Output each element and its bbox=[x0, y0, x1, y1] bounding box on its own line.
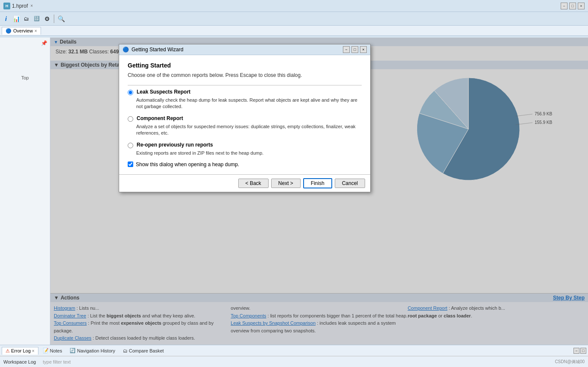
number-icon[interactable]: 🔢 bbox=[32, 15, 41, 23]
modal-minimize-button[interactable]: − bbox=[343, 46, 350, 53]
reopen-reports-option: Re-open previously run reports bbox=[128, 142, 362, 148]
watermark-text: CSDN@俩城00 bbox=[555, 359, 585, 365]
minimize-button[interactable]: − bbox=[561, 3, 568, 9]
getting-started-wizard: 🔵 Getting Started Wizard − □ × Getting S… bbox=[119, 44, 371, 192]
status-minimize-button[interactable]: − bbox=[573, 348, 579, 354]
cancel-button[interactable]: Cancel bbox=[335, 179, 365, 188]
navigation-history-label: Navigation History bbox=[77, 348, 115, 353]
notes-label: Notes bbox=[50, 348, 62, 353]
toolbar: i 📊 🗂 🔢 ⚙ 🔍 bbox=[0, 12, 588, 26]
show-dialog-checkbox[interactable] bbox=[128, 161, 133, 167]
show-dialog-label: Show this dialog when opening a heap dum… bbox=[136, 161, 239, 167]
navigation-history-icon: 🔄 bbox=[70, 348, 76, 353]
modal-subtitle: Choose one of the common reports below. … bbox=[128, 72, 362, 78]
modal-window-controls: − □ × bbox=[343, 46, 367, 53]
modal-overlay: 🔵 Getting Started Wizard − □ × Getting S… bbox=[50, 38, 588, 345]
modal-titlebar: 🔵 Getting Started Wizard − □ × bbox=[119, 44, 370, 55]
leak-suspects-option: Leak Suspects Report bbox=[128, 89, 362, 95]
modal-body: Getting Started Choose one of the common… bbox=[119, 55, 370, 174]
tab-compare-basket[interactable]: 🗂 Compare Basket bbox=[120, 347, 167, 354]
app-icon: H bbox=[3, 3, 10, 9]
tab-overview-label: Overview bbox=[13, 28, 33, 33]
tab-overview-close[interactable]: × bbox=[35, 29, 37, 33]
component-report-option: Component Report bbox=[128, 115, 362, 122]
reopen-reports-label: Re-open previously run reports bbox=[137, 142, 213, 148]
hierarchy-icon[interactable]: 🗂 bbox=[22, 15, 31, 23]
maximize-button[interactable]: □ bbox=[569, 3, 576, 9]
modal-heading: Getting Started bbox=[128, 62, 362, 69]
tab-error-log[interactable]: ⚠ Error Log × bbox=[2, 347, 38, 355]
status-bar-controls: − □ bbox=[573, 348, 586, 354]
close-button[interactable]: × bbox=[578, 3, 585, 9]
leak-suspects-label: Leak Suspects Report bbox=[137, 89, 190, 95]
tab-overview[interactable]: 🔵 Overview × bbox=[2, 27, 41, 35]
search-icon[interactable]: 🔍 bbox=[57, 15, 65, 23]
component-report-label: Component Report bbox=[137, 115, 183, 121]
show-dialog-checkbox-row: Show this dialog when opening a heap dum… bbox=[128, 161, 362, 167]
component-report-radio[interactable] bbox=[128, 116, 133, 122]
reopen-reports-radio[interactable] bbox=[128, 143, 133, 148]
error-log-label: Error Log bbox=[11, 348, 31, 353]
compare-basket-label: Compare Basket bbox=[129, 348, 164, 353]
modal-footer: < Back Next > Finish Cancel bbox=[119, 174, 370, 192]
notes-icon: 📝 bbox=[43, 348, 49, 353]
status-maximize-button[interactable]: □ bbox=[580, 348, 586, 354]
finish-button[interactable]: Finish bbox=[303, 178, 332, 188]
gear-icon[interactable]: ⚙ bbox=[43, 15, 51, 23]
component-report-desc: Analyze a set of objects for suspected m… bbox=[136, 123, 362, 137]
modal-title-label: Getting Started Wizard bbox=[132, 47, 183, 53]
tab-navigation-history[interactable]: 🔄 Navigation History bbox=[66, 347, 118, 354]
leak-suspects-desc: Automatically check the heap dump for le… bbox=[136, 97, 362, 110]
chart-icon[interactable]: 📊 bbox=[12, 15, 20, 23]
workspace-log-label: Workspace Log bbox=[3, 359, 36, 364]
error-log-close[interactable]: × bbox=[32, 349, 35, 353]
back-button[interactable]: < Back bbox=[238, 179, 269, 188]
top-label: Top bbox=[21, 75, 29, 80]
overview-tab-bar: 🔵 Overview × bbox=[0, 26, 588, 36]
next-button[interactable]: Next > bbox=[271, 179, 301, 188]
info-icon[interactable]: i bbox=[2, 15, 10, 23]
compare-basket-icon: 🗂 bbox=[123, 348, 128, 353]
leak-suspects-radio[interactable] bbox=[128, 90, 133, 95]
error-log-icon: ⚠ bbox=[6, 348, 10, 354]
modal-title: 🔵 Getting Started Wizard bbox=[123, 47, 183, 53]
tab-notes[interactable]: 📝 Notes bbox=[39, 347, 66, 354]
modal-close-button[interactable]: × bbox=[360, 46, 367, 53]
modal-maximize-button[interactable]: □ bbox=[351, 46, 358, 53]
reopen-reports-desc: Existing reports are stored in ZIP files… bbox=[136, 150, 362, 156]
window-title: 1.hprof bbox=[12, 3, 28, 9]
filter-text-placeholder[interactable]: type filter text bbox=[43, 359, 70, 364]
wizard-icon: 🔵 bbox=[123, 47, 129, 53]
tab-close-icon[interactable]: × bbox=[30, 3, 33, 8]
pin-icon[interactable]: 📌 bbox=[41, 40, 47, 46]
